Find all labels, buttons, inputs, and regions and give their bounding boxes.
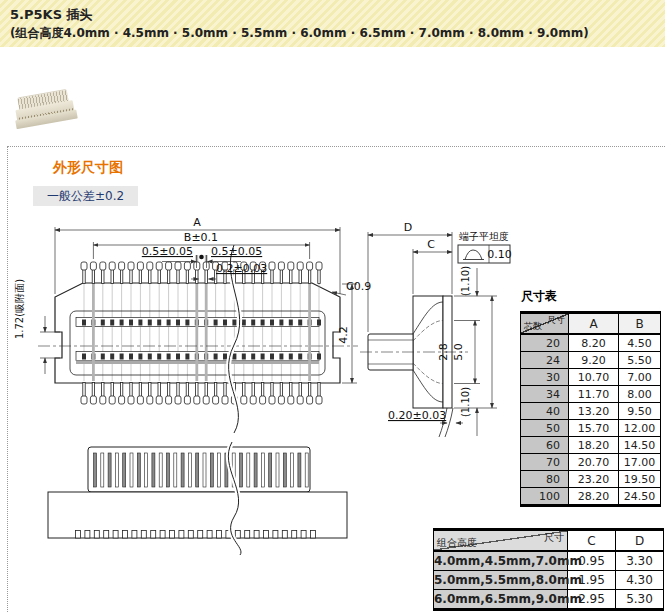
dim-a-label: A xyxy=(193,216,201,229)
table-row: 208.204.50 xyxy=(521,334,661,352)
flatness-value: 0.10 xyxy=(487,248,512,261)
table-row: 3010.707.00 xyxy=(521,369,661,386)
chamfer-label: C0.9 xyxy=(346,280,371,293)
dim-half-right-label: 0.5±0.05 xyxy=(211,245,262,258)
dim-110-bottom-label: (1.10) xyxy=(460,387,471,417)
size-table: 尺寸 芯数 A B 208.204.50 249.205.50 3010.707… xyxy=(520,311,661,507)
table-header-row: 尺寸 芯数 A B xyxy=(521,313,661,335)
dim-b-label: B±0.1 xyxy=(184,231,218,244)
product-image xyxy=(10,86,82,138)
page-subtitle: (组合高度4.0mm · 4.5mm · 5.0mm · 5.5mm · 6.0… xyxy=(10,25,589,42)
datasheet-page: 5.P5KS 插头 (组合高度4.0mm · 4.5mm · 5.0mm · 5… xyxy=(0,0,665,612)
connector-photo xyxy=(12,89,79,133)
bottom-view xyxy=(48,447,347,538)
col-c-header: C xyxy=(568,530,616,552)
height-table: 尺寸 组合高度 C D 4.0mm,4.5mm,7.0mm0.953.30 5.… xyxy=(433,528,664,611)
table-row: 8023.2019.50 xyxy=(521,471,661,488)
table-row: 6018.2014.50 xyxy=(521,437,661,454)
table-row: 5015.7012.00 xyxy=(521,420,661,437)
section-title: 外形尺寸图 xyxy=(53,159,123,177)
table-row: 6.0mm,6.5mm,9.0mm2.955.30 xyxy=(434,590,664,610)
dim-50-label: 5.0 xyxy=(452,343,465,361)
datum-dot xyxy=(199,255,204,260)
col-d-header: D xyxy=(616,530,664,552)
suction-face-label: 1.72(吸附面) xyxy=(14,279,25,339)
dim-28-label: 2.8 xyxy=(437,343,450,361)
table-row: 249.205.50 xyxy=(521,352,661,369)
dim-42-label: 4.2 xyxy=(337,326,350,344)
dim-d-label: D xyxy=(404,221,412,234)
diagonal-header-cell: 尺寸 芯数 xyxy=(521,314,568,333)
dimension-drawing: A B±0.1 0.5±0.05 0.5±0.05 0.2±0.03 C0.9 … xyxy=(10,205,520,557)
diagonal-header-cell: 尺寸 组合高度 xyxy=(434,531,567,550)
dim-point2-label: 0.2±0.03 xyxy=(216,262,267,275)
table-row: 5.0mm,5.5mm,8.0mm1.954.30 xyxy=(434,571,664,590)
table-row: 3411.708.00 xyxy=(521,386,661,403)
dim-110-top-label: (1.10) xyxy=(460,266,471,296)
table-row: 10028.2024.50 xyxy=(521,488,661,506)
table-row: 7020.7017.00 xyxy=(521,454,661,471)
dim-020-label: 0.20±0.03 xyxy=(388,409,446,422)
dim-c-label: C xyxy=(427,238,435,251)
col-b-header: B xyxy=(619,313,661,335)
size-table-title: 尺寸表 xyxy=(521,288,557,305)
table-row: 4013.209.50 xyxy=(521,403,661,420)
flatness-label: 端子平坦度 xyxy=(459,231,509,242)
table-row: 4.0mm,4.5mm,7.0mm0.953.30 xyxy=(434,551,664,571)
col-a-header: A xyxy=(569,313,619,335)
page-title: 5.P5KS 插头 xyxy=(10,6,93,24)
main-view xyxy=(38,255,358,404)
table-header-row: 尺寸 组合高度 C D xyxy=(434,530,664,552)
header-band: 5.P5KS 插头 (组合高度4.0mm · 4.5mm · 5.0mm · 5… xyxy=(0,0,665,47)
dim-half-left-label: 0.5±0.05 xyxy=(142,245,193,258)
tolerance-chip: 一般公差±0.2 xyxy=(33,186,138,206)
